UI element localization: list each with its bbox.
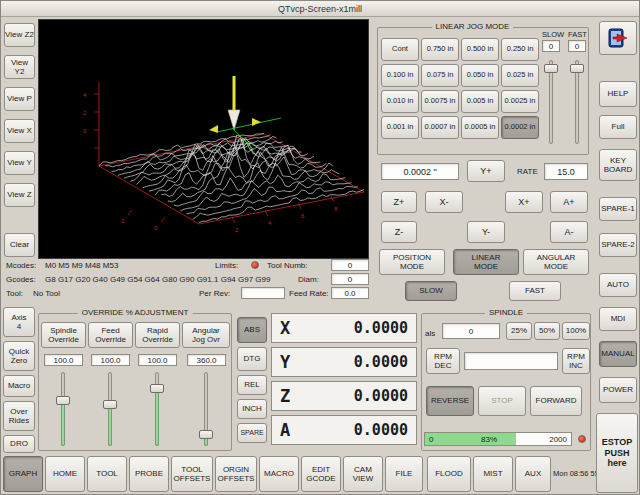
feed-override-slider-fill <box>108 404 112 446</box>
jog-increment-0050[interactable]: 0.050 in <box>461 64 499 87</box>
jog-y-minus-button[interactable]: Y- <box>467 221 505 243</box>
axis-select-button[interactable]: Axis 4 <box>3 307 35 337</box>
help-button[interactable]: HELP <box>599 81 637 107</box>
main-window: QTvcp-Screen-x1mill View Z2 View Y2 View… <box>0 0 640 495</box>
dro-x-value: 0.0000 <box>354 319 408 337</box>
gremlin-3d-view[interactable]: 4 2 0 2 4 6 8 2 0 <box>38 19 369 259</box>
dro-side-button[interactable]: DRO <box>3 435 35 453</box>
tab-graph[interactable]: GRAPH <box>3 456 43 492</box>
jog-increment-cont[interactable]: Cont <box>381 38 419 61</box>
tab-probe[interactable]: PROBE <box>129 456 169 492</box>
mist-button[interactable]: MIST <box>473 456 513 492</box>
exit-button[interactable] <box>599 21 637 55</box>
rapid-override-button[interactable]: Rapid Override <box>135 322 180 348</box>
clock-display: Mon 08:56 55 <box>553 469 597 478</box>
tab-home[interactable]: HOME <box>45 456 85 492</box>
slow-slider-label: SLOW <box>542 30 564 39</box>
angular-jog-override-button[interactable]: Angular Jog Ovr <box>182 322 230 348</box>
spindle-25-button[interactable]: 25% <box>506 322 532 340</box>
slow-jog-slider-handle[interactable] <box>544 64 558 73</box>
spindle-override-slider-handle[interactable] <box>56 396 70 405</box>
quick-zero-button[interactable]: Quick Zero <box>3 341 35 371</box>
overrides-side-button[interactable]: Over Rides <box>3 401 35 431</box>
dro-row-y: Y 0.0000 <box>271 347 417 377</box>
jog-increment-00025[interactable]: 0.0025 in <box>501 90 539 113</box>
rpm-inc-button[interactable]: RPM INC <box>562 348 590 374</box>
jog-increment-0025[interactable]: 0.025 in <box>501 64 539 87</box>
macro-side-button[interactable]: Macro <box>3 375 35 397</box>
jog-increment-0001[interactable]: 0.001 in <box>381 116 419 139</box>
jog-increment-0500[interactable]: 0.500 in <box>461 38 499 61</box>
view-y-button[interactable]: View Y <box>4 151 35 175</box>
view-y2-button[interactable]: View Y2 <box>4 55 35 79</box>
feed-override-value: 100.0 <box>91 354 130 366</box>
jog-y-plus-button[interactable]: Y+ <box>467 160 505 182</box>
spindle-reverse-button[interactable]: REVERSE <box>426 386 474 416</box>
power-button[interactable]: POWER <box>599 377 637 403</box>
clear-button[interactable]: Clear <box>4 233 35 257</box>
feed-override-button[interactable]: Feed Override <box>88 322 133 348</box>
linear-mode-button[interactable]: LINEAR MODE <box>453 249 519 275</box>
tab-macro[interactable]: MACRO <box>259 456 299 492</box>
view-z2-button[interactable]: View Z2 <box>4 23 35 47</box>
inch-button[interactable]: INCH <box>237 399 267 419</box>
jog-increment-00075[interactable]: 0.0075 in <box>421 90 459 113</box>
view-p-button[interactable]: View P <box>4 87 35 111</box>
jog-increment-0250[interactable]: 0.250 in <box>501 38 539 61</box>
linear-jog-mode-group: LINEAR JOG MODE Cont 0.750 in 0.500 in 0… <box>377 27 589 155</box>
view-z-button[interactable]: View Z <box>4 183 35 207</box>
spindle-stop-button[interactable]: STOP <box>478 386 526 416</box>
view-x-button[interactable]: View X <box>4 119 35 143</box>
keyboard-button[interactable]: KEY BOARD <box>599 149 637 181</box>
jog-x-plus-button[interactable]: X+ <box>505 191 543 213</box>
jog-a-minus-button[interactable]: A- <box>550 221 588 243</box>
jog-increment-0005[interactable]: 0.005 in <box>461 90 499 113</box>
angular-jog-override-slider-handle[interactable] <box>199 430 213 439</box>
jog-x-minus-button[interactable]: X- <box>425 191 463 213</box>
spindle-forward-button[interactable]: FORWARD <box>530 386 582 416</box>
full-button[interactable]: Full <box>599 115 637 139</box>
rapid-override-slider-handle[interactable] <box>150 384 164 393</box>
tab-file[interactable]: FILE <box>385 456 423 492</box>
angular-jog-override-value: 360.0 <box>187 354 226 366</box>
spindle-100-button[interactable]: 100% <box>562 322 590 340</box>
spare-button[interactable]: SPARE <box>237 423 267 443</box>
manual-button[interactable]: MANUAL <box>599 341 637 367</box>
angular-mode-button[interactable]: ANGULAR MODE <box>523 249 589 275</box>
jog-increment-00002[interactable]: 0.0002 in <box>501 116 539 139</box>
jog-increment-0075[interactable]: 0.075 in <box>421 64 459 87</box>
tab-tool-offsets[interactable]: TOOL OFFSETS <box>171 456 213 492</box>
jog-increment-00007[interactable]: 0.0007 in <box>421 116 459 139</box>
dro-row-z: Z 0.0000 <box>271 381 417 411</box>
spare-2-button[interactable]: SPARE-2 <box>599 233 637 257</box>
rpm-dec-button[interactable]: RPM DEC <box>426 348 460 374</box>
jog-increment-00005[interactable]: 0.0005 in <box>461 116 499 139</box>
flood-button[interactable]: FLOOD <box>427 456 471 492</box>
dtg-button[interactable]: DTG <box>237 347 267 371</box>
tab-edit-gcode[interactable]: EDIT GCODE <box>301 456 341 492</box>
jog-a-plus-button[interactable]: A+ <box>550 191 588 213</box>
spindle-50-button[interactable]: 50% <box>534 322 560 340</box>
spare-1-button[interactable]: SPARE-1 <box>599 197 637 221</box>
rel-button[interactable]: REL <box>237 375 267 395</box>
estop-button[interactable]: ESTOP PUSH here <box>596 413 638 493</box>
jog-z-plus-button[interactable]: Z+ <box>381 191 417 213</box>
abs-button[interactable]: ABS <box>237 317 267 343</box>
auto-button[interactable]: AUTO <box>599 273 637 297</box>
fast-speed-button[interactable]: FAST <box>509 281 561 301</box>
tab-origin-offsets[interactable]: ORGIN OFFSETS <box>215 456 257 492</box>
feed-override-slider-handle[interactable] <box>103 400 117 409</box>
position-mode-button[interactable]: POSITION MODE <box>379 249 445 275</box>
jog-increment-0750[interactable]: 0.750 in <box>421 38 459 61</box>
tab-cam-view[interactable]: CAM VIEW <box>343 456 383 492</box>
title-bar[interactable]: QTvcp-Screen-x1mill <box>1 1 639 17</box>
spindle-override-button[interactable]: Spindle Override <box>41 322 86 348</box>
aux-button[interactable]: AUX <box>515 456 551 492</box>
slow-speed-button[interactable]: SLOW <box>405 281 457 301</box>
fast-jog-slider-handle[interactable] <box>570 64 584 73</box>
jog-increment-0010[interactable]: 0.010 in <box>381 90 419 113</box>
mdi-button[interactable]: MDI <box>599 307 637 331</box>
jog-increment-0100[interactable]: 0.100 in <box>381 64 419 87</box>
tab-tool[interactable]: TOOL <box>87 456 127 492</box>
jog-z-minus-button[interactable]: Z- <box>381 221 417 243</box>
